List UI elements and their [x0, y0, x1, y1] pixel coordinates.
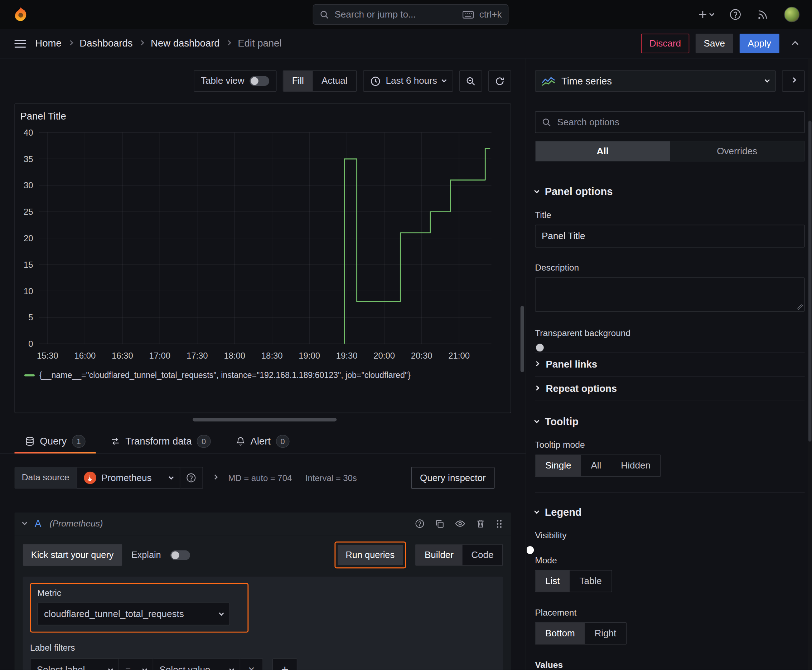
panel-links-row[interactable]: Panel links: [535, 352, 805, 377]
explain-switch[interactable]: [170, 550, 190, 560]
query-builder-toolbar: Kick start your query Explain Run querie…: [14, 535, 511, 574]
remove-filter-button[interactable]: ×: [240, 658, 263, 670]
tab-overrides[interactable]: Overrides: [670, 141, 804, 161]
mode-list-option[interactable]: List: [536, 570, 570, 592]
collapse-query-icon[interactable]: [22, 520, 27, 525]
right-scrollbar[interactable]: [808, 58, 812, 670]
breadcrumb-dashboards[interactable]: Dashboards: [80, 38, 132, 49]
add-new-button[interactable]: [698, 10, 714, 19]
actual-option[interactable]: Actual: [313, 71, 357, 91]
table-view-switch[interactable]: [249, 76, 269, 86]
select-value-dropdown[interactable]: Select value: [153, 658, 240, 670]
right-scrollbar-thumb[interactable]: [809, 121, 812, 442]
grafana-logo-icon[interactable]: [12, 6, 29, 22]
placement-right-option[interactable]: Right: [585, 623, 626, 644]
collapse-header-button[interactable]: [793, 38, 797, 49]
query-builder-body: Metric cloudflared_tunnel_total_requests…: [23, 577, 503, 670]
zoom-out-button[interactable]: [459, 71, 482, 91]
table-view-toggle[interactable]: Table view: [194, 71, 276, 91]
svg-text:18:30: 18:30: [261, 351, 283, 360]
breadcrumb: Home Dashboards New dashboard Edit panel: [35, 38, 281, 49]
horizontal-scrollbar[interactable]: [14, 418, 511, 421]
delete-query-icon[interactable]: [476, 519, 485, 528]
select-label-dropdown[interactable]: Select label: [30, 658, 119, 670]
query-options-summary[interactable]: MD = auto = 704 Interval = 30s: [228, 473, 357, 482]
duplicate-query-icon[interactable]: [435, 519, 444, 528]
breadcrumb-new-dashboard[interactable]: New dashboard: [151, 38, 220, 49]
datasource-row: Data source Prometheus MD: [14, 467, 511, 489]
query-options-expand-icon[interactable]: [213, 477, 217, 479]
help-icon[interactable]: [415, 519, 425, 528]
menu-toggle-icon[interactable]: [14, 40, 26, 47]
legend-series-label[interactable]: {__name__="cloudflared_tunnel_total_requ…: [39, 371, 411, 380]
alert-count-badge: 0: [276, 435, 289, 448]
builder-option[interactable]: Builder: [416, 545, 462, 565]
tab-transform-data[interactable]: Transform data 0: [100, 429, 221, 453]
repeat-options-row[interactable]: Repeat options: [535, 377, 805, 401]
datasource-help-button[interactable]: [180, 467, 203, 489]
datasource-picker[interactable]: Prometheus: [76, 467, 180, 489]
search-icon: [319, 10, 329, 19]
svg-text:10: 10: [24, 286, 33, 296]
add-filter-button[interactable]: +: [273, 658, 297, 670]
options-search-input[interactable]: Search options: [535, 111, 805, 133]
breadcrumb-home[interactable]: Home: [35, 38, 61, 49]
disable-query-icon[interactable]: [455, 518, 465, 529]
mode-table-option[interactable]: Table: [570, 570, 612, 592]
tab-query-label: Query: [40, 436, 66, 447]
chevron-down-icon: [168, 474, 173, 479]
toggle-options-pane-button[interactable]: [782, 71, 805, 91]
save-button[interactable]: Save: [695, 34, 733, 53]
panel-options-section[interactable]: Panel options: [535, 186, 805, 198]
tab-all[interactable]: All: [536, 141, 670, 161]
discard-button[interactable]: Discard: [641, 34, 690, 53]
placement-bottom-option[interactable]: Bottom: [536, 623, 585, 644]
user-avatar[interactable]: [784, 7, 800, 22]
svg-text:0: 0: [28, 339, 33, 349]
code-option[interactable]: Code: [463, 545, 502, 565]
datasource-label: Data source: [14, 467, 76, 489]
time-series-chart[interactable]: 051015202530354015:3016:0016:3017:0017:3…: [15, 122, 506, 369]
tab-alert[interactable]: Alert 0: [225, 429, 300, 453]
visualization-picker[interactable]: Time series: [535, 71, 776, 91]
query-inspector-button[interactable]: Query inspector: [411, 467, 495, 489]
refresh-button[interactable]: [488, 71, 511, 91]
global-search-input[interactable]: Search or jump to... ctrl+k: [313, 4, 509, 25]
visualization-name: Time series: [561, 75, 612, 86]
tooltip-hidden-option[interactable]: Hidden: [611, 455, 660, 476]
database-icon: [25, 436, 34, 446]
resize-handle[interactable]: [797, 304, 803, 310]
kick-start-query-button[interactable]: Kick start your query: [23, 544, 122, 566]
tab-query[interactable]: Query 1: [14, 429, 96, 453]
time-range-label: Last 6 hours: [386, 76, 437, 86]
operator-dropdown[interactable]: =: [119, 658, 153, 670]
search-shortcut: ctrl+k: [480, 9, 502, 20]
help-button[interactable]: [729, 8, 742, 21]
metric-select[interactable]: cloudflared_tunnel_total_requests: [37, 603, 230, 626]
fill-option[interactable]: Fill: [283, 71, 312, 91]
query-row-header[interactable]: A (Prometheus): [14, 513, 511, 535]
chevron-down-icon: [765, 77, 770, 82]
keyboard-icon: [463, 11, 474, 19]
tooltip-single-option[interactable]: Single: [536, 455, 581, 476]
drag-handle-icon[interactable]: [495, 519, 503, 529]
fill-actual-group: Fill Actual: [283, 71, 357, 91]
panel-title-input[interactable]: Panel Title: [535, 225, 805, 248]
chevron-down-icon: [534, 509, 539, 514]
query-ref-id[interactable]: A: [35, 518, 41, 530]
chart-legend[interactable]: {__name__="cloudflared_tunnel_total_requ…: [15, 371, 510, 380]
svg-text:20:00: 20:00: [373, 351, 395, 360]
horizontal-scrollbar-thumb[interactable]: [193, 418, 337, 421]
news-feed-icon[interactable]: [757, 9, 769, 20]
options-search-placeholder: Search options: [557, 117, 619, 127]
time-range-picker[interactable]: Last 6 hours: [363, 71, 453, 91]
svg-text:25: 25: [24, 207, 33, 217]
description-textarea[interactable]: [535, 277, 805, 311]
legend-section[interactable]: Legend: [535, 506, 805, 518]
tooltip-all-option[interactable]: All: [581, 455, 611, 476]
left-scrollbar-thumb[interactable]: [520, 306, 524, 372]
run-queries-button[interactable]: Run queries: [337, 545, 403, 565]
apply-button[interactable]: Apply: [739, 34, 779, 53]
tooltip-section[interactable]: Tooltip: [535, 416, 805, 427]
all-overrides-tabs: All Overrides: [535, 140, 805, 161]
